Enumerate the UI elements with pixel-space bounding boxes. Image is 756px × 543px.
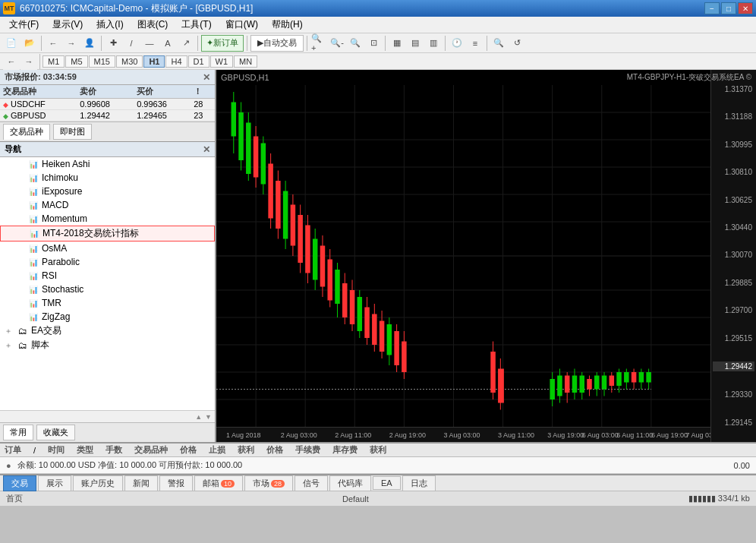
tab-mailbox[interactable]: 邮箱10 [194, 475, 243, 491]
indicator-icon: 📊 [27, 172, 39, 184]
tab-codebase[interactable]: 代码库 [329, 475, 371, 491]
tab-log[interactable]: 日志 [402, 475, 436, 491]
tb-chart3[interactable]: ▥ [425, 35, 442, 52]
auto-trading-button[interactable]: ▶ 自动交易 [250, 35, 304, 52]
nav-item-heikenashi[interactable]: 📊 Heiken Ashi [0, 157, 215, 171]
tab-history[interactable]: 账户历史 [73, 475, 123, 491]
scroll-up-icon[interactable]: ▲ [195, 413, 202, 421]
sep-tf1 [39, 54, 40, 69]
chart-area[interactable]: GBPUSD,H1 MT4-GBPJPY-H1-突破交易系统EA © 1.313… [216, 70, 756, 442]
market-watch-close[interactable]: ✕ [203, 72, 210, 83]
chart-symbol: GBPUSD,H1 [221, 73, 269, 82]
tb-profiles[interactable]: 👤 [81, 35, 98, 52]
nav-item-stochastic[interactable]: 📊 Stochastic [0, 283, 215, 296]
tb-hline[interactable]: — [141, 35, 158, 52]
nav-item-macd[interactable]: 📊 MACD [0, 198, 215, 212]
tf-m5[interactable]: M5 [65, 55, 87, 68]
nav-item-tmr[interactable]: 📊 TMR [0, 296, 215, 310]
maximize-button[interactable]: □ [721, 2, 736, 14]
tab-symbols[interactable]: 交易品种 [3, 124, 50, 140]
tb-more[interactable]: ≡ [467, 35, 484, 52]
nav-item-momentum[interactable]: 📊 Momentum [0, 212, 215, 226]
status-left: 首页 [6, 493, 23, 504]
nav-item-osma[interactable]: 📊 OsMA [0, 242, 215, 255]
tf-d1[interactable]: D1 [188, 55, 209, 68]
tab-ea[interactable]: EA [373, 476, 401, 490]
svg-rect-41 [298, 215, 303, 263]
tb-zoomout[interactable]: 🔍- [329, 35, 345, 52]
nav-tab-favorites[interactable]: 收藏夹 [36, 425, 75, 440]
indicator-icon: 📊 [27, 297, 39, 309]
tb-fit[interactable]: ⊡ [365, 35, 382, 52]
nav-item-ichimoku[interactable]: 📊 Ichimoku [0, 171, 215, 185]
tb-nav2[interactable]: → [20, 53, 37, 70]
tb-zoom1[interactable]: 🔍 [347, 35, 364, 52]
col-change: ！ [191, 85, 215, 99]
scroll-down-icon[interactable]: ▼ [205, 413, 212, 421]
minimize-button[interactable]: − [704, 2, 720, 14]
tab-market[interactable]: 市场28 [244, 475, 293, 491]
menu-tools[interactable]: 工具(T) [175, 17, 217, 33]
tf-m15[interactable]: M15 [89, 55, 115, 68]
tf-h1[interactable]: H1 [143, 55, 165, 68]
candlestick-chart [216, 85, 710, 427]
tab-display[interactable]: 展示 [38, 475, 71, 491]
price-9: 1.29700 [713, 306, 754, 314]
tb-clock[interactable]: 🕐 [449, 35, 465, 52]
tab-ticks[interactable]: 即时图 [53, 124, 92, 140]
tf-mn[interactable]: MN [234, 55, 257, 68]
tb-nav1[interactable]: ← [3, 53, 20, 70]
table-row[interactable]: GBPUSD 1.29442 1.29465 23 [0, 110, 215, 122]
nav-item-iexposure[interactable]: 📊 iExposure [0, 185, 215, 198]
tb-arrow[interactable]: ↗ [178, 35, 194, 52]
sep3 [197, 36, 198, 51]
navigator-tree[interactable]: 📊 Heiken Ashi 📊 Ichimoku 📊 iExposure 📊 M… [0, 157, 215, 410]
tab-signals[interactable]: 信号 [295, 475, 328, 491]
tb-crosshair[interactable]: ✚ [105, 35, 121, 52]
menu-chart[interactable]: 图表(C) [131, 17, 175, 33]
nav-item-scripts[interactable]: ＋ 🗂 脚本 [0, 338, 215, 352]
svg-rect-93 [616, 372, 622, 386]
menu-file[interactable]: 文件(F) [3, 17, 45, 33]
nav-scrollbar-controls: ▲ ▼ [0, 410, 215, 422]
tb-search[interactable]: 🔍 [490, 35, 507, 52]
tb-chart1[interactable]: ▦ [389, 35, 405, 52]
tf-w1[interactable]: W1 [210, 55, 234, 68]
menu-view[interactable]: 显示(V) [46, 17, 89, 33]
balance-right: 0.00 [734, 461, 750, 470]
svg-rect-39 [291, 205, 296, 246]
tb-chart2[interactable]: ▤ [407, 35, 424, 52]
menu-window[interactable]: 窗口(W) [219, 17, 264, 33]
menu-help[interactable]: 帮助(H) [266, 17, 309, 33]
tb-refresh[interactable]: ↺ [509, 35, 525, 52]
tab-alerts[interactable]: 警报 [159, 475, 193, 491]
tf-m1[interactable]: M1 [43, 55, 65, 68]
nav-item-parabolic[interactable]: 📊 Parabolic [0, 255, 215, 269]
tb-open[interactable]: 📂 [21, 35, 38, 52]
market-watch-tabs: 交易品种 即时图 [0, 122, 215, 141]
tb-line[interactable]: / [123, 35, 140, 52]
tb-zoomin[interactable]: 🔍+ [310, 35, 327, 52]
svg-rect-95 [624, 372, 629, 383]
table-row[interactable]: USDCHF 0.99608 0.99636 28 [0, 99, 215, 110]
tb-text[interactable]: A [159, 35, 176, 52]
tab-news[interactable]: 新闻 [124, 475, 158, 491]
nav-item-ea[interactable]: ＋ 🗂 EA交易 [0, 324, 215, 338]
nav-tab-common[interactable]: 常用 [3, 425, 33, 440]
tf-h4[interactable]: H4 [165, 55, 187, 68]
tb-back[interactable]: ← [45, 35, 61, 52]
navigator-close[interactable]: ✕ [203, 144, 210, 155]
bottom-tabs-bar: 交易 展示 账户历史 新闻 警报 邮箱10 市场28 信号 代码库 EA 日志 [0, 474, 756, 491]
nav-item-zigzag[interactable]: 📊 ZigZag [0, 310, 215, 324]
nav-item-rsi[interactable]: 📊 RSI [0, 269, 215, 283]
tf-m30[interactable]: M30 [116, 55, 143, 68]
tb-new[interactable]: 📄 [3, 35, 20, 52]
close-button[interactable]: ✕ [738, 2, 753, 14]
tab-trade[interactable]: 交易 [3, 475, 36, 491]
tb-forward[interactable]: → [63, 35, 80, 52]
sep7 [445, 36, 446, 51]
menu-insert[interactable]: 插入(I) [90, 17, 129, 33]
nav-item-mt4stats[interactable]: 📊 MT4-2018交易统计指标 [0, 226, 215, 242]
buy-usdchf: 0.99636 [134, 99, 191, 110]
new-order-button[interactable]: ✦ 新订单 [201, 35, 244, 52]
